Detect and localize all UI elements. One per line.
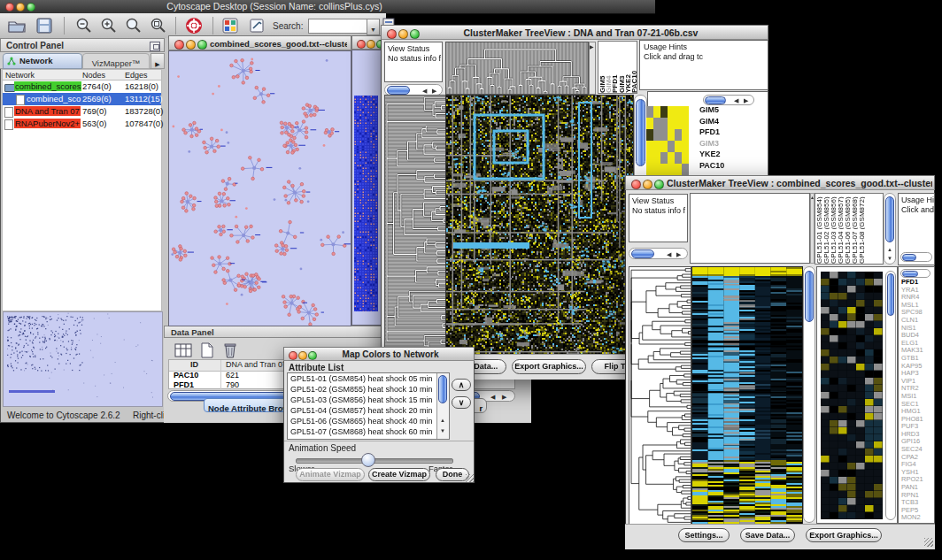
search-dropdown-button[interactable]: ▼ <box>367 19 380 35</box>
zoom-window-icon[interactable] <box>308 351 317 360</box>
close-icon[interactable] <box>387 29 397 39</box>
tv1-summary-heatmap[interactable] <box>646 106 691 175</box>
tv2-collabel-vscrollbar[interactable]: ▲ ▼ <box>884 193 896 265</box>
summary-cell <box>653 106 660 118</box>
dense-network-canvas[interactable] <box>354 96 378 311</box>
tab-overflow-button[interactable]: ▶ <box>151 53 165 69</box>
tv2-summary-heatmap[interactable] <box>821 272 883 519</box>
close-icon[interactable] <box>357 40 366 49</box>
attribute-list-item[interactable]: GPL51-02 (GSM855) heat shock 10 min <box>288 384 436 395</box>
tv2-heatmap[interactable] <box>691 266 803 525</box>
annotation-icon[interactable] <box>248 17 266 35</box>
id-column-header[interactable]: ID <box>190 360 198 369</box>
treeview2-title-bar[interactable]: ClusterMaker TreeView : combined_scores_… <box>625 175 935 190</box>
close-icon[interactable] <box>631 180 641 189</box>
zoom-window-icon[interactable] <box>27 3 35 12</box>
network-overview-panel[interactable] <box>3 311 163 407</box>
network-frame1-title-bar[interactable]: combined_scores_good.txt--cluste... <box>168 35 351 50</box>
dialog-button-animate-vizmap[interactable]: Animate Vizmap <box>296 468 365 481</box>
tv2-button-save-data-[interactable]: Save Data... <box>740 528 795 542</box>
dialog-button-done[interactable]: Done <box>436 468 469 481</box>
scroll-right-icon[interactable]: ▶ <box>502 394 506 400</box>
attribute-listbox[interactable]: GPL51-01 (GSM854) heat shock 05 minGPL51… <box>287 372 450 440</box>
tv2-gene-scrollbar[interactable] <box>900 269 930 278</box>
zoom-window-icon[interactable] <box>197 40 207 50</box>
listbox-vscrollbar[interactable]: ▲ ▼ <box>436 373 449 439</box>
network-view-canvas[interactable] <box>168 50 351 326</box>
scroll-down-icon[interactable]: ▼ <box>440 428 445 434</box>
network-row[interactable]: DNA and Tran 07769(0)183728(0) <box>3 105 161 118</box>
tv1-heatmap[interactable] <box>445 95 634 355</box>
slider-thumb[interactable] <box>361 453 375 467</box>
zoom-out-icon[interactable] <box>74 17 94 35</box>
scroll-up-icon[interactable]: ▲ <box>440 418 445 424</box>
close-icon[interactable] <box>289 351 297 360</box>
attribute-list-item[interactable]: GPL51-07 (GSM868) heat shock 60 min <box>288 426 436 437</box>
search-input[interactable] <box>308 19 368 34</box>
minimize-icon[interactable] <box>367 40 375 49</box>
scroll-right-icon[interactable]: ▶ <box>676 251 681 257</box>
vizmapper-palette-icon[interactable] <box>221 17 239 35</box>
column-header-nodes[interactable]: Nodes <box>82 71 105 80</box>
zoom-window-icon[interactable] <box>654 180 664 189</box>
scroll-left-icon[interactable]: ◀ <box>734 97 738 104</box>
table-icon[interactable] <box>174 341 193 359</box>
treeview1-title-bar[interactable]: ClusterMaker TreeView : DNA and Tran 07-… <box>381 25 768 40</box>
scroll-left-icon[interactable]: ◀ <box>422 88 427 94</box>
move-down-button[interactable]: ∨ <box>452 396 471 409</box>
network-row[interactable]: combined_scores2764(0)16218(0) <box>3 81 161 93</box>
attribute-list-item[interactable]: GPL51-04 (GSM857) heat shock 20 min <box>288 405 436 416</box>
tv2-hints-scrollbar[interactable] <box>900 252 932 262</box>
scroll-left-icon[interactable]: ◀ <box>667 251 671 257</box>
open-file-icon[interactable] <box>7 17 27 35</box>
tv2-button-export-graphics-[interactable]: Export Graphics... <box>806 528 882 542</box>
tv2-summary-vscrollbar[interactable] <box>885 271 896 520</box>
scroll-up-icon[interactable]: ▲ <box>887 247 892 253</box>
scroll-down-icon[interactable]: ▼ <box>887 256 892 262</box>
tv1-dendro-strip[interactable]: ▶ <box>589 42 596 95</box>
scroll-left-icon[interactable]: ◀ <box>490 394 495 400</box>
close-icon[interactable] <box>174 40 184 50</box>
minimize-icon[interactable] <box>643 180 652 189</box>
help-lifebuoy-icon[interactable] <box>184 17 204 35</box>
new-document-icon[interactable] <box>198 341 216 359</box>
tv1-column-dendrogram[interactable] <box>445 42 589 95</box>
tv1-button-export-graphics-[interactable]: Export Graphics... <box>512 359 586 374</box>
column-header-edges[interactable]: Edges <box>125 71 148 80</box>
minimize-icon[interactable] <box>16 3 25 12</box>
network-row[interactable]: RNAPuberNov2+563(0)107847(0) <box>3 118 161 130</box>
zoom-window-icon[interactable] <box>410 29 420 39</box>
tv2-status-scrollbar[interactable]: ◀ ▶ <box>629 248 688 259</box>
attribute-list-item[interactable]: GPL51-01 (GSM854) heat shock 05 min <box>288 373 436 384</box>
cytoscape-title-bar[interactable]: Cytoscape Desktop (Session Name: collins… <box>0 0 655 14</box>
scroll-right-icon[interactable]: ▶ <box>744 97 748 104</box>
tv2-button-settings-[interactable]: Settings... <box>678 528 730 542</box>
tab-vizmapper[interactable]: VizMapper™ <box>82 53 150 69</box>
save-icon[interactable] <box>35 17 53 35</box>
map-dialog-title-bar[interactable]: Map Colors to Network <box>283 347 475 361</box>
column-header-network[interactable]: Network <box>5 71 35 80</box>
scroll-right-icon[interactable]: ▶ <box>432 88 436 94</box>
summary-cell <box>668 129 675 141</box>
trash-icon[interactable] <box>221 341 239 359</box>
tv2-resize-grip[interactable] <box>924 538 933 547</box>
close-icon[interactable] <box>5 3 14 12</box>
attribute-list-item[interactable]: GPL51-03 (GSM856) heat shock 15 min <box>288 395 436 405</box>
dialog-resize-grip[interactable] <box>466 474 474 482</box>
tv2-heatmap-vscrollbar[interactable] <box>803 266 815 523</box>
zoom-selected-icon[interactable] <box>124 17 143 35</box>
zoom-in-icon[interactable] <box>99 17 119 35</box>
minimize-icon[interactable] <box>186 40 196 50</box>
network-row[interactable]: combined_sco2569(6)13112(15) <box>3 93 161 105</box>
tab-network[interactable]: Network <box>3 53 82 69</box>
minimize-icon[interactable] <box>398 29 408 39</box>
tv1-row-dendrogram[interactable] <box>384 95 446 355</box>
tv2-column-tree-panel[interactable] <box>690 193 810 264</box>
zoom-fit-icon[interactable] <box>149 17 168 35</box>
tv2-row-dendrogram[interactable] <box>629 266 691 525</box>
minimize-icon[interactable] <box>298 351 307 360</box>
attribute-list-item[interactable]: GPL51-06 (GSM865) heat shock 40 min <box>288 416 436 426</box>
move-up-button[interactable]: ∧ <box>452 379 471 391</box>
float-panel-icon[interactable] <box>150 42 160 51</box>
dialog-button-create-vizmap[interactable]: Create Vizmap <box>368 468 430 481</box>
